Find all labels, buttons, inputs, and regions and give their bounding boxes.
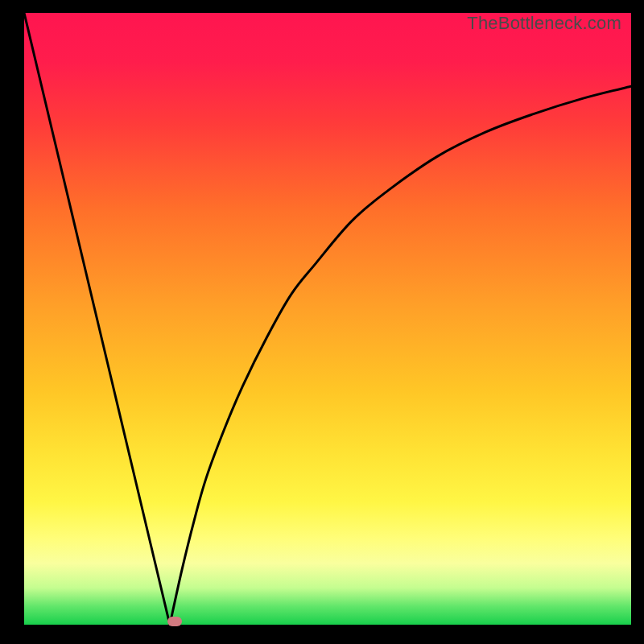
bottleneck-curve [24, 13, 631, 625]
chart-plot-area: TheBottleneck.com [24, 13, 631, 625]
watermark-text: TheBottleneck.com [467, 13, 621, 34]
curve-right-branch [170, 86, 631, 625]
optimum-marker [167, 617, 182, 626]
curve-left-branch [24, 13, 170, 625]
